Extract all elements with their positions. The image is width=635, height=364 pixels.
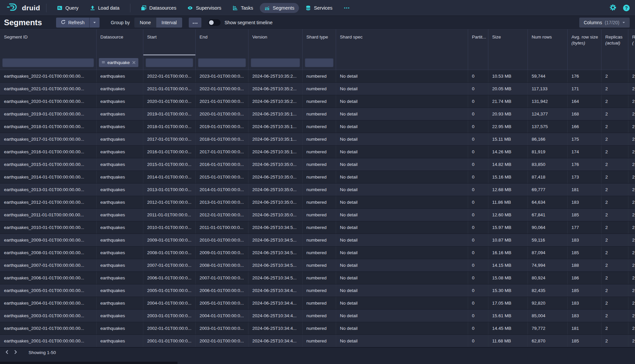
settings-button[interactable] <box>609 4 616 12</box>
cell-partition: 0 <box>468 221 488 234</box>
cell-replicas: 2 <box>601 120 628 133</box>
cell-shard-spec: No detail <box>336 146 468 158</box>
cell-size: 20.93 MB <box>488 108 528 120</box>
filter-input-shard-type[interactable] <box>305 58 333 67</box>
cell-shard-type: numbered <box>302 234 336 247</box>
column-header-partition[interactable]: Partit... <box>468 30 488 55</box>
help-button[interactable]: ? <box>623 5 630 11</box>
filter-input-end[interactable] <box>198 58 246 67</box>
cell-datasource: earthquakes <box>96 158 143 171</box>
filter-input-segment-id[interactable] <box>2 58 94 67</box>
filter-cell-version <box>248 55 302 70</box>
cell-partition: 0 <box>468 272 488 284</box>
cell-segment-id: earthquakes_2007-01-01T00:00:00.00... <box>0 259 96 272</box>
cell-version: 2024-06-25T10:34:4... <box>248 310 302 322</box>
nav-item-tasks[interactable]: Tasks <box>228 3 258 13</box>
refresh-caret-button[interactable] <box>89 18 100 28</box>
cell-partition: 0 <box>468 108 488 120</box>
top-nav: druid QueryLoad dataDatasourcesSuperviso… <box>0 0 635 16</box>
cell-extra: 2 <box>628 247 635 259</box>
columns-button[interactable]: Columns (17/20) <box>579 18 630 28</box>
cell-extra: 2 <box>628 83 635 95</box>
cell-version: 2024-06-25T10:34:4... <box>248 284 302 297</box>
nav-item-load-data[interactable]: Load data <box>85 3 124 13</box>
cell-size: 15.16 MB <box>488 171 528 183</box>
cell-extra: 2 <box>628 297 635 310</box>
cell-version: 2024-06-25T10:34:5... <box>248 221 302 234</box>
remove-filter-icon[interactable] <box>132 61 136 64</box>
filter-cell-avg-row-size <box>567 55 601 70</box>
cell-replicas: 2 <box>601 247 628 259</box>
column-header-segment-id[interactable]: Segment ID <box>0 30 96 55</box>
column-header-start[interactable]: Start <box>143 30 195 55</box>
cell-end: 2022-01-01T00:00:0... <box>195 83 248 95</box>
table-row: earthquakes_2002-01-01T00:00:00.00...ear… <box>0 322 635 335</box>
table-row: earthquakes_2015-01-01T00:00:00.00...ear… <box>0 158 635 171</box>
cell-end: 2017-01-01T00:00:0... <box>195 146 248 158</box>
cell-datasource: earthquakes <box>96 272 143 284</box>
cell-size: 21.74 MB <box>488 95 528 108</box>
cell-segment-id: earthquakes_2022-01-01T00:00:00.00... <box>0 70 96 83</box>
filter-input-start[interactable] <box>146 58 193 67</box>
horizontal-scrollbar-thumb[interactable] <box>0 362 177 364</box>
cell-segment-id: earthquakes_2008-01-01T00:00:00.00... <box>0 247 96 259</box>
nav-item-more[interactable] <box>339 5 354 11</box>
segments-table: Segment IDDatasourceStartEndVersionShard… <box>0 29 635 347</box>
nav-item-services[interactable]: Services <box>301 3 337 13</box>
cell-end: 2008-01-01T00:00:0... <box>195 259 248 272</box>
cell-replicas: 2 <box>601 209 628 221</box>
column-header-version[interactable]: Version <box>248 30 302 55</box>
previous-page-button[interactable] <box>3 348 11 356</box>
column-label: Avg. row size <box>572 35 599 39</box>
cell-size: 14.45 MB <box>488 322 528 335</box>
nav-item-datasources[interactable]: Datasources <box>136 3 181 13</box>
column-header-end[interactable]: End <box>195 30 248 55</box>
cell-segment-id: earthquakes_2015-01-01T00:00:00.00... <box>0 158 96 171</box>
group-by-none-button[interactable]: None <box>134 18 156 28</box>
cell-shard-spec: No detail <box>336 221 468 234</box>
cell-avg-row-size: 188 <box>567 259 601 272</box>
column-header-shard-spec[interactable]: Shard spec <box>336 30 468 55</box>
cell-segment-id: earthquakes_2016-01-01T00:00:00.00... <box>0 146 96 158</box>
next-page-button[interactable] <box>11 348 20 356</box>
filter-cell-num-rows <box>528 55 567 70</box>
cell-replicas: 2 <box>601 335 628 347</box>
cell-num-rows: 67,841 <box>528 209 567 221</box>
cell-datasource: earthquakes <box>96 183 143 196</box>
chevron-right-icon <box>13 350 18 355</box>
segment-timeline-label: Show segment timeline <box>225 20 273 25</box>
cell-avg-row-size: 183 <box>567 234 601 247</box>
column-header-extra[interactable]: R( <box>628 30 635 55</box>
group-by-interval-button[interactable]: Interval <box>156 18 182 28</box>
column-label: Datasource <box>101 35 140 39</box>
cell-end: 2015-01-01T00:00:0... <box>195 171 248 183</box>
gantt-icon <box>233 5 238 11</box>
column-header-shard-type[interactable]: Shard type <box>302 30 336 55</box>
table-row: earthquakes_2004-01-01T00:00:00.00...ear… <box>0 297 635 310</box>
druid-logo[interactable]: druid <box>6 3 40 13</box>
column-header-size[interactable]: Size <box>488 30 528 55</box>
column-header-replicas[interactable]: Replicas(actual) <box>601 30 628 55</box>
nav-item-query[interactable]: Query <box>52 3 83 13</box>
datasource-filter-chip[interactable]: earthquake <box>99 58 139 67</box>
cell-num-rows: 62,870 <box>528 335 567 347</box>
nav-item-supervisors[interactable]: Supervisors <box>183 3 226 13</box>
column-header-avg-row-size[interactable]: Avg. row size(bytes) <box>567 30 601 55</box>
column-header-num-rows[interactable]: Num rows <box>528 30 567 55</box>
column-label: Replicas <box>605 35 625 39</box>
cell-start: 2006-01-01T00:00:0... <box>143 272 195 284</box>
refresh-button[interactable]: Refresh <box>56 18 89 28</box>
more-options-button[interactable] <box>189 18 201 28</box>
cell-end: 2010-01-01T00:00:0... <box>195 234 248 247</box>
gear-icon <box>609 4 616 12</box>
cell-segment-id: earthquakes_2001-01-01T00:00:00.00... <box>0 335 96 347</box>
nav-item-segments[interactable]: Segments <box>260 3 299 13</box>
table-row: earthquakes_2011-01-01T00:00:00.00...ear… <box>0 209 635 221</box>
cell-shard-type: numbered <box>302 247 336 259</box>
filter-input-version[interactable] <box>251 58 300 67</box>
segment-timeline-toggle[interactable] <box>208 19 221 26</box>
column-header-datasource[interactable]: Datasource <box>96 30 143 55</box>
cell-end: 2016-01-01T00:00:0... <box>195 158 248 171</box>
cell-partition: 0 <box>468 171 488 183</box>
cell-segment-id: earthquakes_2011-01-01T00:00:00.00... <box>0 209 96 221</box>
